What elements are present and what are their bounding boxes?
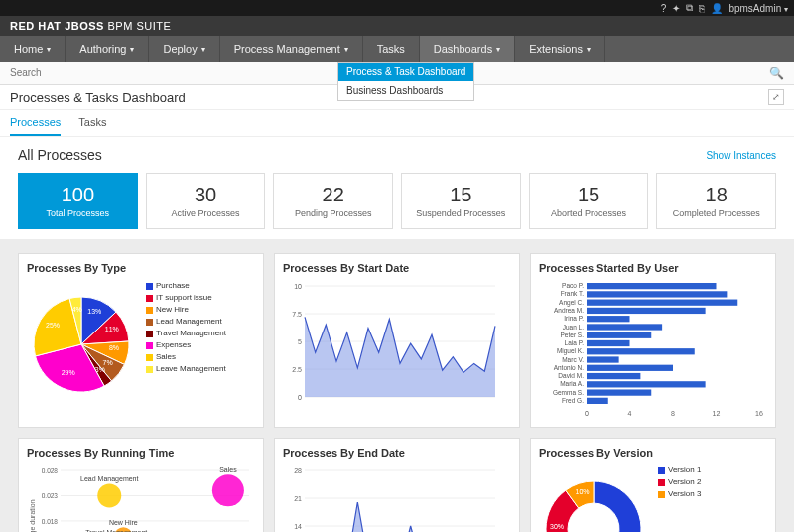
svg-text:25%: 25% bbox=[46, 322, 60, 329]
card-title: Processes By Version bbox=[539, 447, 767, 459]
kpi-suspended-processes[interactable]: 15Suspended Processes bbox=[401, 173, 521, 229]
brand-bar: RED HAT JBOSS BPM SUITE bbox=[0, 16, 794, 36]
svg-text:8: 8 bbox=[671, 410, 675, 417]
show-instances-link[interactable]: Show Instances bbox=[706, 150, 776, 161]
nav-authoring[interactable]: Authoring ▾ bbox=[66, 36, 149, 62]
card-processes-by-running-time: Processes By Running Time 0.0080.0130.01… bbox=[18, 438, 264, 532]
svg-text:Sales: Sales bbox=[219, 466, 237, 473]
svg-text:Andrea M.: Andrea M. bbox=[554, 307, 584, 314]
svg-text:5: 5 bbox=[298, 338, 302, 345]
kpi-aborted-processes[interactable]: 15Aborted Processes bbox=[529, 173, 649, 229]
card-title: Processes By Start Date bbox=[283, 262, 511, 274]
svg-text:Fred G.: Fred G. bbox=[562, 397, 584, 404]
svg-rect-38 bbox=[587, 365, 673, 371]
svg-text:Marc V.: Marc V. bbox=[562, 356, 584, 363]
svg-text:8%: 8% bbox=[109, 344, 119, 351]
expand-button[interactable]: ⤢ bbox=[768, 89, 784, 105]
dashboards-dropdown: Process & Task DashboardBusiness Dashboa… bbox=[337, 62, 474, 101]
card-processes-by-end-date: Processes By End Date 07142128 bbox=[274, 438, 520, 532]
svg-text:7.5: 7.5 bbox=[292, 311, 302, 318]
svg-rect-34 bbox=[587, 348, 695, 354]
card-title: Processes By Type bbox=[27, 262, 255, 274]
svg-rect-32 bbox=[587, 340, 630, 346]
svg-rect-28 bbox=[587, 324, 662, 330]
svg-text:Juan L.: Juan L. bbox=[563, 324, 585, 331]
svg-rect-40 bbox=[587, 373, 640, 379]
svg-text:13%: 13% bbox=[87, 308, 101, 315]
svg-text:7%: 7% bbox=[102, 359, 112, 366]
svg-rect-18 bbox=[587, 283, 717, 289]
svg-text:Gemma S.: Gemma S. bbox=[553, 389, 584, 396]
svg-rect-44 bbox=[587, 389, 651, 395]
nav-process-management[interactable]: Process Management ▾ bbox=[220, 36, 363, 62]
user-menu[interactable]: bpmsAdmin ▾ bbox=[728, 3, 788, 14]
svg-point-67 bbox=[97, 483, 121, 507]
svg-text:11%: 11% bbox=[105, 326, 119, 332]
card-title: Processes By Running Time bbox=[27, 447, 255, 459]
svg-text:Average duration: Average duration bbox=[29, 499, 37, 532]
svg-text:Antonio N.: Antonio N. bbox=[554, 364, 585, 371]
svg-text:0.028: 0.028 bbox=[42, 467, 59, 474]
svg-text:12: 12 bbox=[713, 410, 721, 417]
nav-dashboards[interactable]: Dashboards ▾ bbox=[420, 36, 515, 62]
svg-text:Peter S.: Peter S. bbox=[561, 332, 585, 338]
svg-text:Laia P.: Laia P. bbox=[565, 339, 585, 346]
tab-icon[interactable]: ⎘ bbox=[699, 3, 705, 14]
svg-text:New Hire: New Hire bbox=[109, 519, 138, 526]
svg-text:David M.: David M. bbox=[558, 372, 584, 379]
card-processes-by-start-date: Processes By Start Date 02.557.510 bbox=[274, 253, 520, 428]
svg-point-73 bbox=[212, 474, 244, 506]
settings-icon[interactable]: ✦ bbox=[672, 3, 680, 14]
card-processes-by-user: Processes Started By User Paco P.Frank T… bbox=[530, 253, 776, 428]
main-nav: Home ▾Authoring ▾Deploy ▾Process Managem… bbox=[0, 36, 794, 62]
kpi-row: 100Total Processes30Active Processes22Pe… bbox=[0, 173, 794, 229]
svg-text:4%: 4% bbox=[72, 306, 82, 313]
nav-tasks[interactable]: Tasks bbox=[363, 36, 420, 62]
svg-rect-20 bbox=[587, 291, 727, 297]
svg-rect-30 bbox=[587, 332, 651, 338]
user-icon: 👤 bbox=[711, 3, 723, 14]
kpi-pending-processes[interactable]: 22Pending Processes bbox=[273, 173, 393, 229]
svg-text:Paco P.: Paco P. bbox=[562, 282, 584, 289]
svg-text:Angel C.: Angel C. bbox=[559, 299, 584, 307]
svg-text:0.023: 0.023 bbox=[42, 492, 59, 499]
svg-text:0: 0 bbox=[298, 394, 302, 401]
nav-home[interactable]: Home ▾ bbox=[0, 36, 66, 62]
card-processes-by-version: Processes By Version 60%30%10%Version 1V… bbox=[530, 438, 776, 532]
svg-text:Lead Management: Lead Management bbox=[80, 475, 138, 483]
svg-text:16: 16 bbox=[755, 410, 763, 417]
svg-text:Miguel K.: Miguel K. bbox=[557, 347, 584, 355]
nav-extensions[interactable]: Extensions ▾ bbox=[515, 36, 605, 62]
kpi-completed-processes[interactable]: 18Completed Processes bbox=[656, 173, 776, 229]
card-title: Processes Started By User bbox=[539, 262, 767, 274]
card-title: Processes By End Date bbox=[283, 447, 511, 459]
tab-tasks[interactable]: Tasks bbox=[78, 116, 106, 136]
card-processes-by-type: Processes By Type 13%11%8%7%3%29%25%4%Pu… bbox=[18, 253, 264, 428]
kpi-active-processes[interactable]: 30Active Processes bbox=[146, 173, 266, 229]
svg-rect-42 bbox=[587, 381, 706, 387]
svg-text:29%: 29% bbox=[62, 369, 75, 376]
help-icon[interactable]: ? bbox=[661, 3, 667, 14]
dropdown-item[interactable]: Process & Task Dashboard bbox=[338, 63, 473, 81]
tab-processes[interactable]: Processes bbox=[10, 116, 61, 136]
nav-deploy[interactable]: Deploy ▾ bbox=[149, 36, 219, 62]
dropdown-item[interactable]: Business Dashboards bbox=[338, 81, 473, 100]
svg-rect-24 bbox=[587, 308, 706, 314]
svg-text:Frank T.: Frank T. bbox=[561, 290, 585, 297]
svg-text:10: 10 bbox=[294, 283, 302, 290]
svg-text:2.5: 2.5 bbox=[292, 366, 302, 373]
svg-text:Maria A.: Maria A. bbox=[560, 380, 584, 387]
svg-rect-26 bbox=[587, 316, 630, 322]
apps-icon[interactable]: ⧉ bbox=[686, 2, 693, 14]
svg-text:4: 4 bbox=[628, 410, 632, 417]
tabs: ProcessesTasks bbox=[0, 110, 794, 137]
svg-rect-36 bbox=[587, 356, 619, 362]
kpi-total-processes[interactable]: 100Total Processes bbox=[18, 173, 138, 229]
svg-text:14: 14 bbox=[294, 523, 302, 530]
search-icon[interactable]: 🔍 bbox=[769, 66, 784, 80]
svg-rect-46 bbox=[587, 398, 608, 404]
section-title: All Processes bbox=[18, 147, 102, 163]
svg-text:0.018: 0.018 bbox=[42, 518, 59, 525]
svg-rect-22 bbox=[587, 300, 737, 306]
svg-text:0: 0 bbox=[585, 410, 589, 417]
